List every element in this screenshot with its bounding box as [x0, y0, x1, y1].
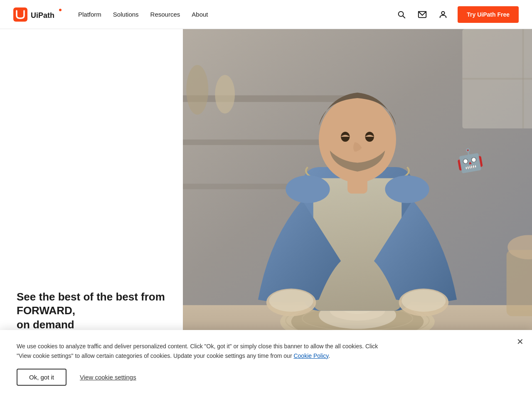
svg-point-29 — [269, 290, 313, 312]
sidebar-item-platform[interactable]: Platform — [78, 11, 101, 18]
cookie-policy-link[interactable]: Cookie Policy — [293, 352, 328, 359]
user-button[interactable] — [437, 8, 449, 21]
logo[interactable]: UiPath — [13, 7, 63, 22]
nav-solutions-link[interactable]: Solutions — [113, 11, 139, 18]
mail-button[interactable] — [416, 8, 429, 21]
navbar: UiPath Platform Solutions Resources Abou… — [0, 0, 532, 29]
svg-point-13 — [215, 75, 235, 113]
cookie-settings-button[interactable]: View cookie settings — [80, 374, 136, 381]
navbar-right: Try UiPath Free — [395, 6, 519, 23]
cookie-message: We use cookies to analyze traffic and de… — [17, 342, 391, 360]
svg-rect-31 — [347, 177, 367, 194]
search-button[interactable] — [395, 8, 408, 21]
cookie-ok-button[interactable]: Ok, got it — [17, 369, 66, 386]
svg-line-4 — [403, 16, 405, 18]
cookie-close-button[interactable]: ✕ — [517, 337, 524, 347]
svg-text:UiPath: UiPath — [31, 11, 54, 20]
svg-point-30 — [401, 290, 446, 312]
nav-about-link[interactable]: About — [192, 11, 208, 18]
svg-point-2 — [59, 9, 62, 11]
svg-point-12 — [186, 65, 208, 115]
sidebar-item-resources[interactable]: Resources — [150, 11, 180, 18]
mascot-icon: 🤖 — [454, 145, 485, 175]
nav-platform-link[interactable]: Platform — [78, 11, 101, 18]
svg-point-6 — [442, 11, 445, 14]
svg-point-33 — [385, 175, 429, 203]
sidebar-item-about[interactable]: About — [192, 11, 208, 18]
cookie-banner: ✕ We use cookies to analyze traffic and … — [0, 330, 532, 399]
hero-heading: See the best of the best from FORWARD, o… — [17, 290, 166, 332]
navbar-left: UiPath Platform Solutions Resources Abou… — [13, 7, 208, 22]
svg-rect-0 — [13, 7, 27, 22]
nav-resources-link[interactable]: Resources — [150, 11, 180, 18]
try-uipath-button[interactable]: Try UiPath Free — [458, 6, 519, 23]
sidebar-item-solutions[interactable]: Solutions — [113, 11, 139, 18]
nav-links: Platform Solutions Resources About — [78, 11, 208, 18]
cookie-actions: Ok, got it View cookie settings — [17, 369, 515, 386]
svg-rect-34 — [507, 250, 532, 316]
svg-rect-9 — [183, 140, 341, 145]
svg-point-32 — [286, 175, 330, 203]
